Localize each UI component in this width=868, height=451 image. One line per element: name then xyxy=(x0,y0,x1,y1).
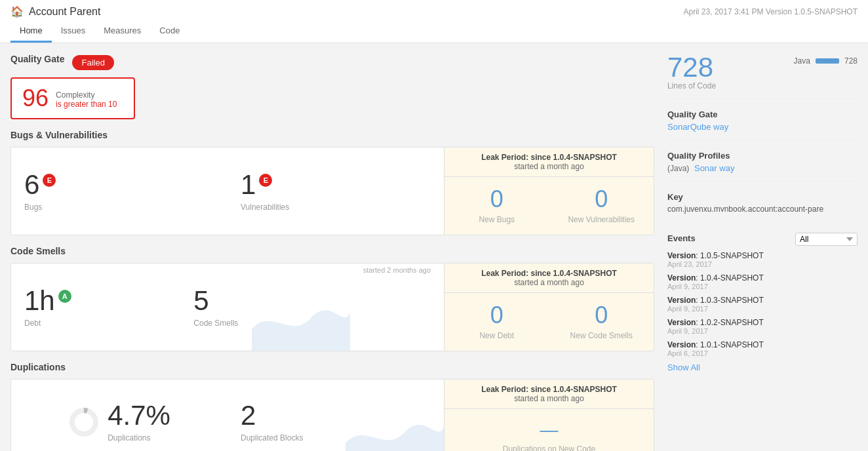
java-lang-label: Java xyxy=(794,56,810,66)
dup-blocks-metric: 2 Duplicated Blocks xyxy=(227,380,444,451)
debt-badge: A xyxy=(58,290,71,303)
new-bugs-count: 0 xyxy=(490,187,503,211)
bugs-vulnerabilities-section: Bugs & Vulnerabilities 6 E Bugs xyxy=(10,130,654,235)
event-version-1: Version: 1.0.5-SNAPSHOT xyxy=(667,251,858,260)
events-label: Events xyxy=(667,233,696,243)
top-bar: 🏠 Account Parent April 23, 2017 3:41 PM … xyxy=(0,0,868,43)
sidebar-quality-gate-label: Quality Gate xyxy=(667,109,858,119)
sidebar-quality-profiles-java: (Java) xyxy=(667,164,689,173)
code-smells-panel: 1h A Debt 5 Code Smells xyxy=(10,263,654,351)
new-debt-count: 0 xyxy=(490,304,503,327)
events-filter[interactable]: All Version Quality Gate Alert xyxy=(795,233,858,246)
debt-label: Debt xyxy=(24,319,41,328)
new-debt-label: New Debt xyxy=(479,331,514,340)
dup-blocks-count: 2 xyxy=(241,402,256,429)
new-bugs-label: New Bugs xyxy=(479,215,515,224)
code-smells-right: Leak Period: since 1.0.4-SNAPSHOT starte… xyxy=(444,264,654,351)
java-lang-count: 728 xyxy=(844,56,858,66)
duplications-section: Duplications 4.7% Duplications xyxy=(10,362,654,451)
java-bar xyxy=(816,58,839,64)
loc-number: 728 xyxy=(667,54,716,81)
vulnerabilities-count: 1 xyxy=(241,171,256,199)
tab-code[interactable]: Code xyxy=(150,20,189,43)
bugs-vulnerabilities-right: Leak Period: since 1.0.4-SNAPSHOT starte… xyxy=(444,147,654,235)
leak-header-dup: Leak Period: since 1.0.4-SNAPSHOT starte… xyxy=(444,380,654,409)
bugs-badge: E xyxy=(43,174,56,187)
nav-tabs: Home Issues Measures Code xyxy=(10,20,858,43)
bugs-label: Bugs xyxy=(24,203,42,212)
dup-percent-metric: 4.7% Duplications xyxy=(11,380,227,451)
dup-leak-metrics: — Duplications on New Code xyxy=(444,409,654,451)
tab-issues[interactable]: Issues xyxy=(52,20,95,43)
smells-metric: 5 Code Smells xyxy=(180,264,349,351)
main-layout: Quality Gate Failed 96 Complexity is gre… xyxy=(0,43,868,451)
loc-label: Lines of Code xyxy=(667,81,716,90)
bugs-vulnerabilities-title: Bugs & Vulnerabilities xyxy=(10,130,654,140)
smells-count: 5 xyxy=(193,287,208,315)
left-panel: Quality Gate Failed 96 Complexity is gre… xyxy=(10,54,654,451)
event-item: Version: 1.0.4-SNAPSHOT April 9, 2017 xyxy=(667,273,858,290)
sidebar-key-label: Key xyxy=(667,192,858,202)
bugs-vulnerabilities-left: 6 E Bugs 1 E Vulnerabilities xyxy=(11,147,444,235)
new-smells-count: 0 xyxy=(595,304,608,327)
code-smells-left: 1h A Debt 5 Code Smells xyxy=(11,264,444,351)
svg-point-0 xyxy=(72,410,96,434)
event-date-5: April 6, 2017 xyxy=(667,349,858,357)
sidebar-quality-profiles-label: Quality Profiles xyxy=(667,151,858,161)
sidebar-key-value: com.juvenxu.mvnbook.account:account-pare xyxy=(667,205,858,214)
new-vuln-count: 0 xyxy=(595,187,608,211)
new-dup-label: Duplications on New Code xyxy=(503,444,595,451)
bugs-vulnerabilities-panel: 6 E Bugs 1 E Vulnerabilities xyxy=(10,147,654,235)
home-icon: 🏠 xyxy=(10,5,24,18)
tab-home[interactable]: Home xyxy=(10,20,52,43)
sidebar-quality-gate-link[interactable]: SonarQube way xyxy=(667,122,728,132)
event-version-3: Version: 1.0.3-SNAPSHOT xyxy=(667,296,858,305)
duplications-left: 4.7% Duplications 2 Duplicated Blocks xyxy=(11,380,444,451)
debt-metric: 1h A Debt xyxy=(11,264,180,351)
show-all-events[interactable]: Show All xyxy=(667,363,700,372)
smells-label: Code Smells xyxy=(193,319,238,328)
dup-blocks-label: Duplicated Blocks xyxy=(241,433,303,442)
event-item: Version: 1.0.3-SNAPSHOT April 9, 2017 xyxy=(667,296,858,313)
leak-metrics: 0 New Bugs 0 New Vulnerabilities xyxy=(444,177,654,235)
new-smells-metric: 0 New Code Smells xyxy=(549,293,654,351)
condition-box: 96 Complexity is greater than 10 xyxy=(10,77,135,119)
sidebar-quality-profiles-link[interactable]: Sonar way xyxy=(694,163,734,173)
version-meta: April 23, 2017 3:41 PM Version 1.0.5-SNA… xyxy=(684,7,858,16)
new-dup-metric: — Duplications on New Code xyxy=(444,409,654,451)
vulnerabilities-badge: E xyxy=(259,174,272,187)
quality-gate-status: Failed xyxy=(72,55,113,70)
new-smells-label: New Code Smells xyxy=(570,331,633,340)
debt-count: 1h xyxy=(24,287,55,315)
dup-percent-label: Duplications xyxy=(108,433,170,442)
bugs-count: 6 xyxy=(24,171,39,199)
bugs-metric: 6 E Bugs xyxy=(11,147,227,235)
leak-header-smells: Leak Period: since 1.0.4-SNAPSHOT starte… xyxy=(444,264,654,293)
sidebar-key: Key com.juvenxu.mvnbook.account:account-… xyxy=(667,192,858,222)
page-title: 🏠 Account Parent xyxy=(10,5,100,18)
sidebar-quality-profiles: Quality Profiles (Java) Sonar way xyxy=(667,151,858,182)
vulnerabilities-metric: 1 E Vulnerabilities xyxy=(227,147,444,235)
duplications-donut xyxy=(68,406,100,438)
sidebar-quality-gate: Quality Gate SonarQube way xyxy=(667,109,858,140)
code-smells-section: Code Smells 1h A Debt 5 Code S xyxy=(10,246,654,351)
loc-section: 728 Lines of Code Java 728 xyxy=(667,54,858,99)
right-panel: 728 Lines of Code Java 728 Quality Gate … xyxy=(667,54,858,451)
duplications-right: Leak Period: since 1.0.4-SNAPSHOT starte… xyxy=(444,380,654,451)
new-bugs-metric: 0 New Bugs xyxy=(444,177,549,235)
dup-percent: 4.7% xyxy=(108,402,170,429)
quality-gate-section: Quality Gate Failed 96 Complexity is gre… xyxy=(10,54,654,119)
condition-label: Complexity xyxy=(56,90,117,100)
new-dup-value: — xyxy=(540,420,559,441)
condition-detail: is greater than 10 xyxy=(56,100,117,109)
condition-number: 96 xyxy=(22,87,49,110)
code-smells-title: Code Smells xyxy=(10,246,654,256)
event-date-2: April 9, 2017 xyxy=(667,283,858,290)
tab-measures[interactable]: Measures xyxy=(94,20,150,43)
event-item: Version: 1.0.1-SNAPSHOT April 6, 2017 xyxy=(667,340,858,357)
event-version-4: Version: 1.0.2-SNAPSHOT xyxy=(667,318,858,327)
smells-started: started 2 months ago xyxy=(363,266,431,274)
event-version-5: Version: 1.0.1-SNAPSHOT xyxy=(667,340,858,349)
new-vulnerabilities-metric: 0 New Vulnerabilities xyxy=(549,177,654,235)
java-bar-row: Java 728 xyxy=(794,56,858,66)
